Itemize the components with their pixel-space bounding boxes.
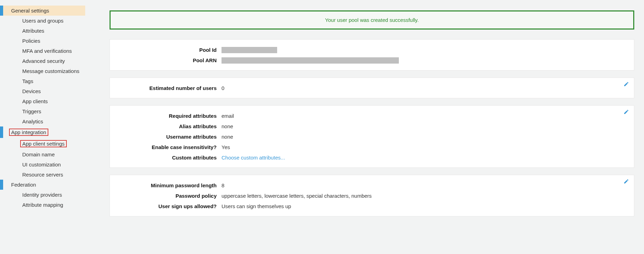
alias-attributes-row: Alias attributes none xyxy=(116,121,628,131)
nav-app-integration[interactable]: App integration xyxy=(0,126,85,138)
main-content: Your user pool was created successfully.… xyxy=(85,0,644,234)
nav-label: Attribute mapping xyxy=(22,202,63,208)
nav-analytics[interactable]: Analytics xyxy=(0,116,85,126)
nav-label: MFA and verifications xyxy=(22,48,72,54)
required-attributes-label: Required attributes xyxy=(116,113,222,119)
nav-resource-servers[interactable]: Resource servers xyxy=(0,170,85,180)
required-attributes-value: email xyxy=(222,113,628,119)
nav-label: App client settings xyxy=(22,141,65,147)
nav-label: General settings xyxy=(11,8,49,14)
case-insensitivity-row: Enable case insensitivity? Yes xyxy=(116,142,628,152)
nav-app-client-settings[interactable]: App client settings xyxy=(0,138,85,149)
nav-label: Advanced security xyxy=(22,58,65,64)
nav-domain-name[interactable]: Domain name xyxy=(0,149,85,159)
nav-label: Federation xyxy=(11,182,36,188)
pool-id-value xyxy=(222,46,628,53)
nav-identity-providers[interactable]: Identity providers xyxy=(0,190,85,200)
estimated-users-value: 0 xyxy=(222,85,628,91)
redacted-value xyxy=(222,47,277,53)
pool-id-row: Pool Id xyxy=(116,44,628,55)
edit-users-button[interactable] xyxy=(623,81,629,88)
nav-label: Message customizations xyxy=(22,68,79,74)
nav-users-and-groups[interactable]: Users and groups xyxy=(0,16,85,26)
nav-label: Identity providers xyxy=(22,192,62,198)
custom-attributes-row: Custom attributes Choose custom attribut… xyxy=(116,152,628,163)
success-alert: Your user pool was created successfully. xyxy=(110,10,634,30)
alert-message: Your user pool was created successfully. xyxy=(325,17,419,23)
custom-attributes-label: Custom attributes xyxy=(116,155,222,161)
pencil-icon xyxy=(623,109,629,115)
password-panel: Minimum password length 8 Password polic… xyxy=(110,175,634,216)
password-policy-value: uppercase letters, lowercase letters, sp… xyxy=(222,193,628,199)
user-signups-label: User sign ups allowed? xyxy=(116,203,222,209)
nav-federation[interactable]: Federation xyxy=(0,180,85,190)
nav-advanced-security[interactable]: Advanced security xyxy=(0,56,85,66)
edit-password-button[interactable] xyxy=(623,179,629,185)
nav-attribute-mapping[interactable]: Attribute mapping xyxy=(0,200,85,210)
highlight-app-client-settings: App client settings xyxy=(20,140,67,147)
redacted-value xyxy=(222,57,399,64)
attributes-panel: Required attributes email Alias attribut… xyxy=(110,105,634,168)
nav-tags[interactable]: Tags xyxy=(0,76,85,86)
min-password-length-row: Minimum password length 8 xyxy=(116,180,628,190)
nav-policies[interactable]: Policies xyxy=(0,36,85,46)
nav-label: Policies xyxy=(22,38,40,44)
nav-label: App integration xyxy=(11,129,46,135)
nav-triggers[interactable]: Triggers xyxy=(0,106,85,116)
estimated-users-row: Estimated number of users 0 xyxy=(116,83,628,93)
estimated-users-label: Estimated number of users xyxy=(116,85,222,91)
nav-message-customizations[interactable]: Message customizations xyxy=(0,66,85,76)
user-signups-value: Users can sign themselves up xyxy=(222,203,628,209)
edit-attributes-button[interactable] xyxy=(623,109,629,116)
nav-label: Tags xyxy=(22,78,33,84)
min-password-length-value: 8 xyxy=(222,182,628,188)
username-attributes-label: Username attributes xyxy=(116,134,222,140)
pool-id-label: Pool Id xyxy=(116,47,222,53)
pool-arn-label: Pool ARN xyxy=(116,57,222,63)
nav-label: Domain name xyxy=(22,151,55,157)
users-panel: Estimated number of users 0 xyxy=(110,77,634,98)
username-attributes-row: Username attributes none xyxy=(116,131,628,142)
nav-label: Attributes xyxy=(22,28,44,34)
required-attributes-row: Required attributes email xyxy=(116,110,628,121)
password-policy-label: Password policy xyxy=(116,193,222,199)
pool-info-panel: Pool Id Pool ARN xyxy=(110,39,634,71)
case-insensitivity-label: Enable case insensitivity? xyxy=(116,144,222,150)
nav-devices[interactable]: Devices xyxy=(0,86,85,96)
nav-label: Triggers xyxy=(22,108,41,114)
nav-ui-customization[interactable]: UI customization xyxy=(0,159,85,170)
nav-label: Users and groups xyxy=(22,18,63,24)
nav-label: Resource servers xyxy=(22,172,63,178)
min-password-length-label: Minimum password length xyxy=(116,182,222,188)
nav-attributes[interactable]: Attributes xyxy=(0,26,85,36)
nav-label: App clients xyxy=(22,98,48,104)
case-insensitivity-value: Yes xyxy=(222,144,628,150)
nav-app-clients[interactable]: App clients xyxy=(0,96,85,106)
pencil-icon xyxy=(623,179,629,184)
nav-mfa-verifications[interactable]: MFA and verifications xyxy=(0,46,85,56)
nav-label: Analytics xyxy=(22,118,43,124)
nav-general-settings[interactable]: General settings xyxy=(0,6,85,16)
username-attributes-value: none xyxy=(222,134,628,140)
password-policy-row: Password policy uppercase letters, lower… xyxy=(116,190,628,201)
highlight-app-integration: App integration xyxy=(9,129,48,136)
sidebar: General settings Users and groups Attrib… xyxy=(0,0,85,234)
nav-label: UI customization xyxy=(22,162,61,167)
alias-attributes-label: Alias attributes xyxy=(116,123,222,129)
pool-arn-value xyxy=(222,57,628,63)
custom-attributes-link[interactable]: Choose custom attributes... xyxy=(222,155,285,161)
alias-attributes-value: none xyxy=(222,123,628,129)
pencil-icon xyxy=(623,81,629,87)
nav-label: Devices xyxy=(22,88,41,94)
user-signups-row: User sign ups allowed? Users can sign th… xyxy=(116,201,628,211)
pool-arn-row: Pool ARN xyxy=(116,55,628,65)
